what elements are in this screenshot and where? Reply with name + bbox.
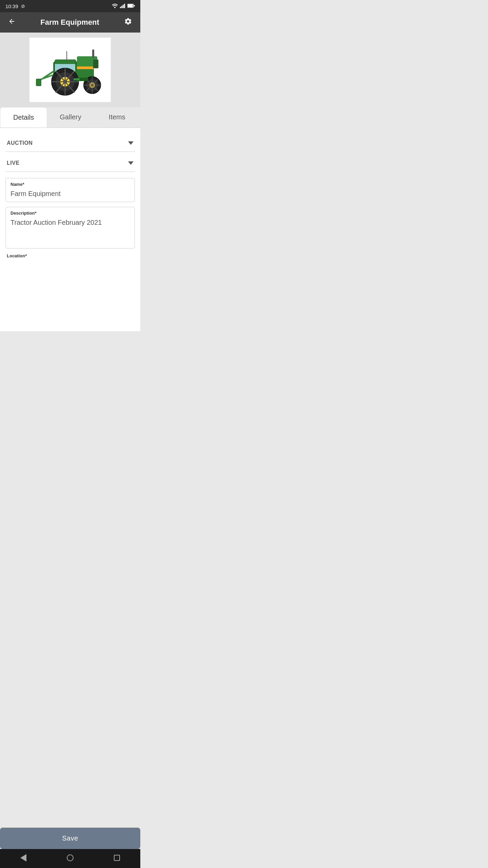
auction-chevron-icon [128, 140, 134, 146]
svg-rect-16 [93, 60, 98, 68]
live-chevron-icon [128, 160, 134, 166]
svg-rect-39 [36, 79, 41, 86]
svg-rect-10 [92, 50, 94, 58]
auction-dropdown[interactable]: AUCTION [5, 135, 135, 152]
app-bar: Farm Equipment [0, 12, 140, 33]
description-field[interactable]: Description* Tractor Auction February 20… [5, 207, 135, 249]
page-title: Farm Equipment [40, 18, 99, 27]
svg-rect-7 [134, 5, 135, 6]
location-label: Location* [5, 253, 135, 258]
name-value[interactable]: Farm Equipment [11, 189, 130, 198]
name-field[interactable]: Name* Farm Equipment [5, 178, 135, 202]
svg-rect-3 [123, 5, 124, 8]
description-label: Description* [11, 211, 130, 216]
tractor-image [29, 38, 111, 102]
signal-icon [120, 3, 125, 9]
live-dropdown[interactable]: LIVE [5, 155, 135, 172]
tab-details[interactable]: Details [0, 107, 47, 127]
svg-rect-1 [120, 7, 121, 8]
wifi-icon [112, 3, 118, 9]
svg-rect-15 [77, 66, 94, 69]
svg-rect-36 [74, 78, 80, 80]
status-time: 10:39 [5, 3, 18, 9]
svg-rect-13 [55, 60, 76, 64]
live-label: LIVE [7, 160, 20, 166]
status-bar-right [112, 3, 135, 9]
svg-point-0 [114, 7, 116, 8]
sync-icon: ⊘ [21, 3, 25, 9]
back-button[interactable] [5, 15, 18, 30]
image-area [0, 33, 140, 107]
battery-icon [127, 3, 135, 9]
tab-gallery[interactable]: Gallery [47, 107, 94, 127]
tabs-container: Details Gallery Items [0, 107, 140, 128]
status-bar: 10:39 ⊘ [0, 0, 140, 12]
svg-rect-6 [128, 4, 133, 7]
svg-rect-4 [124, 4, 125, 8]
svg-rect-2 [121, 6, 122, 8]
name-label: Name* [11, 182, 130, 187]
tab-items[interactable]: Items [94, 107, 140, 127]
settings-button[interactable] [121, 15, 135, 30]
auction-label: AUCTION [7, 140, 33, 146]
status-bar-left: 10:39 ⊘ [5, 3, 25, 9]
content-area: AUCTION LIVE Name* Farm Equipment Descri… [0, 128, 140, 331]
description-value[interactable]: Tractor Auction February 2021 [11, 218, 130, 245]
